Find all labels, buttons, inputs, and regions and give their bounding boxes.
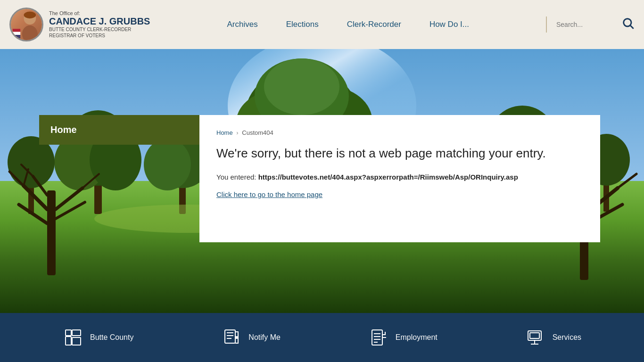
breadcrumb-home-link[interactable]: Home — [216, 129, 233, 136]
nav-item-how-do-i[interactable]: How Do I... — [429, 20, 469, 29]
svg-rect-55 — [66, 330, 71, 336]
svg-rect-58 — [72, 337, 81, 345]
bell-icon — [221, 327, 242, 348]
breadcrumb: Home › Custom404 — [216, 129, 583, 136]
main-nav: Archives Elections Clerk-Recorder How Do… — [150, 20, 546, 29]
svg-point-7 — [624, 19, 631, 26]
footer-item-notify-me[interactable]: Notify Me — [221, 327, 281, 348]
monitor-icon — [525, 327, 546, 348]
search-icon[interactable] — [621, 16, 635, 33]
footer-item-employment[interactable]: Employment — [368, 327, 438, 348]
footer: Butte County Notify Me — [0, 313, 644, 362]
office-of-label: The Office of: — [49, 10, 150, 16]
error-entered-label: You entered: — [216, 173, 256, 181]
svg-point-28 — [144, 139, 191, 190]
breadcrumb-current: Custom404 — [242, 129, 273, 136]
svg-rect-2 — [13, 32, 20, 35]
footer-butte-county-label: Butte County — [90, 333, 134, 342]
footer-notify-me-label: Notify Me — [248, 333, 281, 342]
hero-section: Home Home › Custom404 We're sorry, but t… — [0, 49, 644, 313]
error-home-link[interactable]: Click here to go to the home page — [216, 190, 322, 198]
grid-icon — [63, 327, 83, 348]
logo-text: The Office of: CANDACE J. GRUBBS BUTTE C… — [49, 10, 150, 39]
svg-rect-59 — [225, 330, 235, 343]
breadcrumb-separator: › — [236, 129, 238, 136]
svg-rect-3 — [13, 35, 20, 38]
person-name: CANDACE J. GRUBBS — [49, 16, 150, 26]
nav-item-archives[interactable]: Archives — [227, 20, 257, 29]
footer-employment-label: Employment — [396, 333, 438, 342]
search-area — [546, 16, 635, 33]
footer-services-label: Services — [553, 333, 581, 342]
svg-line-8 — [630, 25, 633, 28]
header: The Office of: CANDACE J. GRUBBS BUTTE C… — [0, 0, 644, 49]
footer-item-butte-county[interactable]: Butte County — [63, 327, 134, 348]
nav-item-clerk-recorder[interactable]: Clerk-Recorder — [347, 20, 401, 29]
search-input[interactable] — [556, 21, 618, 28]
svg-rect-56 — [66, 337, 71, 345]
list-icon — [368, 327, 389, 348]
svg-point-6 — [24, 12, 36, 19]
error-entered-url: https://buttevotes.net/404.aspx?aspxerro… — [258, 173, 518, 181]
content-card: Home › Custom404 We're sorry, but there … — [199, 115, 600, 242]
logo-avatar — [9, 8, 43, 41]
nav-item-elections[interactable]: Elections — [286, 20, 319, 29]
logo-area: The Office of: CANDACE J. GRUBBS BUTTE C… — [9, 8, 150, 41]
svg-point-5 — [22, 25, 38, 40]
person-title-line1: BUTTE COUNTY CLERK-RECORDER — [49, 26, 150, 33]
svg-rect-1 — [13, 29, 20, 32]
svg-point-17 — [264, 58, 339, 115]
svg-rect-72 — [530, 333, 539, 338]
svg-rect-39 — [47, 190, 56, 275]
svg-rect-64 — [372, 330, 382, 345]
error-entered-text: You entered: https://buttevotes.net/404.… — [216, 173, 583, 181]
sidebar-panel: Home — [39, 115, 199, 145]
svg-rect-57 — [72, 330, 81, 336]
sidebar-home-label: Home — [50, 124, 77, 135]
person-title-line2: REGISTRAR OF VOTERS — [49, 33, 150, 39]
error-title: We're sorry, but there is not a web page… — [216, 146, 583, 162]
footer-item-services[interactable]: Services — [525, 327, 581, 348]
svg-point-63 — [235, 336, 238, 339]
